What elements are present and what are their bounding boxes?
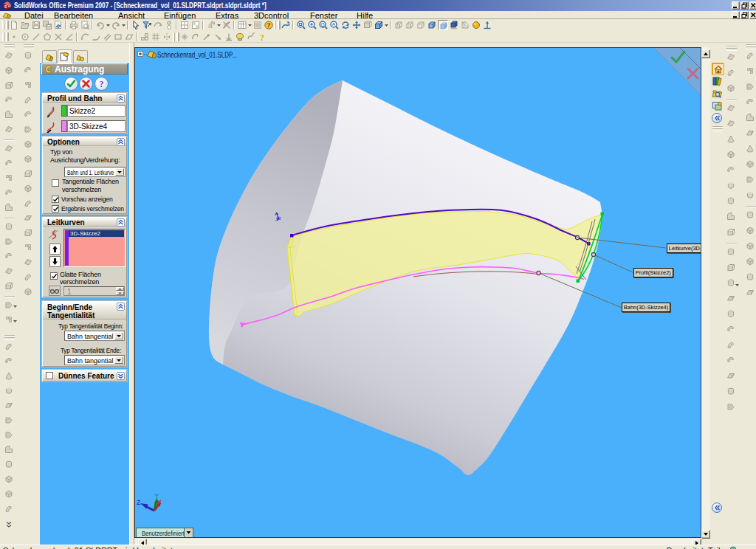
centerline-icon[interactable] (64, 32, 75, 42)
parallelogram-icon[interactable] (124, 32, 134, 42)
help-button[interactable]: ? (94, 77, 109, 91)
fillet-icon[interactable] (4, 221, 14, 232)
line-icon[interactable] (31, 32, 41, 42)
close-button[interactable] (749, 1, 756, 10)
toolbar-grip[interactable] (274, 21, 276, 30)
extruded-surface-icon[interactable] (4, 415, 14, 425)
solidworks-resources-icon[interactable] (712, 63, 724, 75)
circle-icon[interactable] (726, 134, 736, 144)
thickened-cut-icon[interactable] (4, 202, 14, 213)
mirror-entities-icon[interactable] (162, 32, 172, 42)
publish-edrawings-icon[interactable] (53, 20, 63, 30)
rectangle-icon[interactable] (726, 118, 736, 128)
list-item-selected[interactable]: 3D-Skizze2 (69, 230, 124, 237)
convert-entities-icon[interactable] (726, 246, 736, 257)
line-icon[interactable] (726, 103, 736, 113)
callout-profilskizze2[interactable]: Profil(Skizze2) (633, 268, 673, 277)
shaded-with-edges-icon[interactable] (427, 20, 437, 30)
extend-entities-icon[interactable] (726, 339, 736, 350)
toolbar-grip[interactable] (726, 46, 737, 47)
print-icon[interactable] (69, 20, 79, 30)
sketch-fillet-icon[interactable] (726, 293, 736, 303)
centerpoint-arc-icon[interactable] (726, 149, 736, 159)
dome-icon[interactable] (4, 109, 14, 120)
vertical-ordinate-icon[interactable] (745, 128, 755, 138)
modify-sketch-icon[interactable] (190, 32, 201, 42)
pipe-icon[interactable] (23, 183, 33, 193)
open-icon[interactable] (20, 20, 30, 30)
wireframe-icon[interactable] (394, 20, 404, 30)
fully-define-sketch-icon[interactable] (745, 190, 755, 200)
design-table-icon[interactable] (237, 20, 247, 30)
spline-tools-icon[interactable] (246, 32, 256, 42)
lofted-boss-icon[interactable] (4, 94, 14, 105)
swept-boss-icon[interactable] (4, 80, 14, 90)
offset-entities-icon[interactable] (726, 262, 736, 272)
reference-axis-icon[interactable] (4, 356, 14, 366)
duennes-feature-checkbox[interactable] (46, 372, 53, 379)
revolved-boss-icon[interactable] (4, 65, 14, 75)
jog-line-icon[interactable] (726, 370, 736, 381)
callout-leitkurve3ds[interactable]: Leitkurve(3D-S (667, 244, 701, 253)
shadows-icon[interactable] (449, 20, 459, 30)
zoom-to-area-icon[interactable] (307, 20, 317, 30)
collapse-chevron-icon[interactable] (117, 218, 125, 227)
circular-sketch-pattern-icon[interactable] (745, 225, 755, 235)
propertymanager-tab[interactable] (58, 49, 72, 63)
pan-icon[interactable] (351, 20, 362, 30)
toolbar-grip[interactable] (2, 32, 4, 41)
move-down-button[interactable] (49, 256, 61, 267)
deform-icon[interactable] (23, 242, 33, 252)
toolbar-grip[interactable] (24, 44, 34, 46)
move-entities-icon[interactable] (202, 32, 212, 42)
combo-dropdown-button[interactable] (115, 168, 124, 176)
callout-bahn3dskizze4[interactable]: Bahn(3D-Skizze4) (622, 303, 670, 312)
surface-icon[interactable] (23, 153, 33, 164)
dome2-icon[interactable] (23, 272, 33, 282)
chamfer-dimension-icon[interactable] (745, 143, 755, 153)
glatte-flaechen-checkbox[interactable] (50, 272, 58, 280)
rib-icon[interactable] (4, 251, 14, 261)
child-close-button[interactable] (749, 11, 756, 19)
swept-surface-icon[interactable] (4, 444, 14, 455)
toolbar-grip[interactable] (4, 335, 15, 336)
toolbar-grip[interactable] (712, 126, 723, 128)
knit-surface-icon[interactable] (4, 474, 14, 484)
new-document-icon[interactable] (9, 20, 19, 30)
print-preview-icon[interactable] (80, 20, 90, 30)
planar-surface-icon[interactable] (4, 488, 14, 499)
collapse-dock-button[interactable] (712, 503, 722, 513)
profile-selection-field[interactable]: Skizze2 (67, 105, 126, 117)
dropdown-arrow[interactable] (735, 280, 740, 290)
orientation-combo[interactable]: Bahn und 1. Leitkurve f (64, 167, 126, 177)
split-line-icon[interactable] (23, 65, 33, 75)
toolbar-overflow-chevron[interactable] (5, 521, 14, 528)
copy-entities-icon[interactable] (213, 32, 223, 42)
chamfer-icon[interactable] (4, 236, 14, 246)
zoom-to-selection-icon[interactable] (329, 20, 340, 30)
vertical-dimension-icon[interactable] (745, 81, 755, 92)
expand-chevron-icon[interactable] (117, 372, 125, 380)
composite-curve-icon[interactable] (23, 80, 33, 90)
ok-button[interactable] (64, 77, 78, 91)
sketch-chamfer-icon[interactable] (726, 308, 736, 319)
collapse-chevron-icon[interactable] (117, 303, 125, 311)
select-icon[interactable] (131, 20, 141, 30)
split-entities-icon[interactable] (726, 355, 736, 365)
sketch-grid-icon[interactable] (179, 20, 190, 30)
extruded-cut-icon[interactable] (4, 143, 14, 153)
dropdown-arrow[interactable] (216, 20, 221, 30)
realview-icon[interactable] (471, 20, 481, 30)
toolbar-grip[interactable] (746, 44, 756, 46)
align-icon[interactable] (745, 287, 755, 297)
toolbar-grip[interactable] (173, 32, 175, 41)
child-minimize-button[interactable] (732, 11, 740, 19)
graphics-viewport[interactable]: Z Y Schneckenrad_v (134, 47, 701, 538)
grid-icon[interactable] (151, 32, 161, 42)
dropdown-arrow[interactable] (384, 20, 389, 30)
anchor-icon[interactable] (224, 32, 234, 42)
tangent-arc-icon[interactable] (91, 32, 101, 42)
confirmation-corner[interactable] (654, 48, 701, 96)
linear-sketch-pattern-icon[interactable] (745, 210, 755, 220)
offset-entities-icon[interactable] (102, 32, 112, 42)
